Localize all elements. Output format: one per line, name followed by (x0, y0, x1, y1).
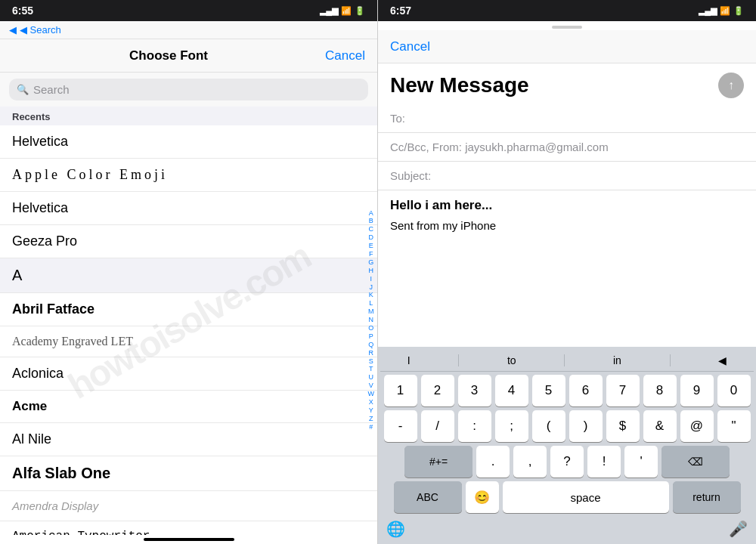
send-icon: ↑ (728, 79, 734, 92)
alpha-O[interactable]: O (368, 325, 373, 332)
font-item-geeza[interactable]: Geeza Pro (0, 225, 377, 258)
ccbcc-field[interactable]: Cc/Bcc, From: jaysukh.pharma@gmail.com (378, 133, 756, 162)
key-slash[interactable]: / (421, 410, 454, 442)
key-6[interactable]: 6 (569, 375, 603, 406)
font-item-abril[interactable]: Abril Fatface (0, 293, 377, 326)
font-item-helvetica2[interactable]: Helvetica (0, 192, 377, 225)
globe-icon[interactable]: 🌐 (386, 520, 405, 538)
key-question[interactable]: ? (550, 446, 584, 478)
key-colon[interactable]: : (458, 410, 491, 442)
alpha-P[interactable]: P (369, 333, 373, 341)
alpha-T[interactable]: T (369, 366, 373, 374)
to-field[interactable]: To: (378, 104, 756, 133)
key-1[interactable]: 1 (384, 375, 417, 406)
send-button[interactable]: ↑ (718, 73, 744, 98)
mic-icon[interactable]: 🎤 (729, 520, 748, 538)
suggestion-in[interactable]: in (607, 353, 627, 368)
font-item-alnile[interactable]: Al Nile (0, 423, 377, 456)
key-emoji[interactable]: 😊 (466, 481, 499, 513)
key-7[interactable]: 7 (606, 375, 640, 406)
alpha-R[interactable]: R (369, 350, 374, 357)
mail-body[interactable]: Hello i am here... Sent from my iPhone (378, 190, 756, 347)
font-item-aclonica[interactable]: Aclonica (0, 357, 377, 391)
key-3[interactable]: 3 (458, 375, 491, 406)
alpha-C[interactable]: C (369, 227, 374, 234)
cancel-button[interactable]: Cancel (325, 48, 365, 63)
key-quote[interactable]: " (717, 410, 751, 442)
search-input-wrap[interactable]: 🔍 Search (9, 79, 368, 100)
font-name-geeza: Geeza Pro (12, 233, 77, 249)
mail-body-text: Sent from my iPhone (390, 219, 744, 232)
font-name-acme: Acme (12, 399, 47, 414)
key-return[interactable]: return (673, 481, 741, 513)
alpha-X[interactable]: X (369, 399, 373, 406)
key-9[interactable]: 9 (680, 375, 714, 406)
right-cancel-button[interactable]: Cancel (390, 39, 430, 54)
alpha-U[interactable]: U (369, 375, 374, 382)
alpha-N[interactable]: N (369, 317, 374, 325)
key-semicolon[interactable]: ; (495, 410, 528, 442)
key-backspace[interactable]: ⌫ (662, 446, 730, 478)
alpha-G[interactable]: G (368, 259, 373, 267)
alpha-H[interactable]: H (369, 267, 374, 275)
alpha-Z[interactable]: Z (369, 416, 373, 423)
font-name-helvetica2: Helvetica (12, 200, 68, 216)
suggestion-divider-3 (670, 354, 671, 366)
alpha-V[interactable]: V (369, 383, 373, 391)
key-at[interactable]: @ (680, 410, 714, 442)
key-0[interactable]: 0 (717, 375, 751, 406)
alpha-A[interactable]: A (369, 210, 373, 218)
alpha-J[interactable]: J (370, 284, 373, 292)
alpha-W[interactable]: W (368, 391, 375, 399)
backspace-suggestion[interactable]: ◀ (712, 353, 733, 368)
font-item-acme[interactable]: Acme (0, 391, 377, 423)
alpha-S[interactable]: S (369, 358, 373, 366)
alpha-M[interactable]: M (368, 309, 374, 317)
keyboard: I to in ◀ 1 2 3 4 5 6 7 8 9 0 - / : ; ( (378, 347, 756, 544)
alpha-Q[interactable]: Q (368, 342, 373, 349)
font-item-academy[interactable]: Academy Engraved LET (0, 326, 377, 357)
key-period[interactable]: . (476, 446, 510, 478)
key-ampersand[interactable]: & (643, 410, 677, 442)
search-icon: 🔍 (17, 84, 29, 95)
right-wifi-icon: 📶 (720, 6, 730, 16)
key-close-paren[interactable]: ) (569, 410, 603, 442)
subject-field[interactable]: Subject: (378, 162, 756, 190)
back-button[interactable]: ◀ ◀ Search (9, 24, 368, 36)
font-item-helvetica1[interactable]: Helvetica (0, 125, 377, 159)
new-message-title: New Message (390, 73, 529, 97)
font-item-emoji1[interactable]: Apple Color Emoji (0, 159, 377, 192)
font-item-alfaslab[interactable]: Alfa Slab One (0, 456, 377, 491)
key-comma[interactable]: , (513, 446, 547, 478)
alpha-K[interactable]: K (369, 292, 373, 300)
key-8[interactable]: 8 (643, 375, 677, 406)
key-hashplus[interactable]: #+= (404, 446, 472, 478)
alphabet-index[interactable]: A B C D E F G H I J K L M N O P Q R S T … (368, 210, 375, 431)
key-abc[interactable]: ABC (394, 481, 462, 513)
key-dollar[interactable]: $ (606, 410, 640, 442)
key-apostrophe[interactable]: ' (624, 446, 658, 478)
alpha-F[interactable]: F (369, 251, 373, 258)
key-space[interactable]: space (503, 481, 669, 513)
alpha-D[interactable]: D (369, 235, 374, 243)
alpha-I[interactable]: I (370, 276, 372, 283)
left-status-icons: ▂▄▆ 📶 🔋 (320, 6, 365, 16)
key-minus[interactable]: - (384, 410, 417, 442)
alpha-B[interactable]: B (369, 218, 373, 226)
key-exclaim[interactable]: ! (587, 446, 621, 478)
suggestion-to[interactable]: to (501, 353, 522, 368)
key-open-paren[interactable]: ( (532, 410, 565, 442)
key-5[interactable]: 5 (532, 375, 565, 406)
font-item-amendra[interactable]: Amendra Display (0, 491, 377, 521)
alpha-L[interactable]: L (369, 301, 373, 308)
keyboard-suggestions: I to in ◀ (380, 350, 754, 372)
alpha-hash[interactable]: # (369, 424, 373, 431)
font-name-american: American Typewriter (12, 530, 150, 535)
key-4[interactable]: 4 (495, 375, 528, 406)
alpha-E[interactable]: E (369, 243, 373, 251)
alpha-Y[interactable]: Y (369, 407, 373, 415)
suggestion-I[interactable]: I (401, 353, 417, 368)
font-name-alnile: Al Nile (12, 431, 51, 447)
font-item-american[interactable]: American Typewriter (0, 521, 377, 535)
key-2[interactable]: 2 (421, 375, 454, 406)
